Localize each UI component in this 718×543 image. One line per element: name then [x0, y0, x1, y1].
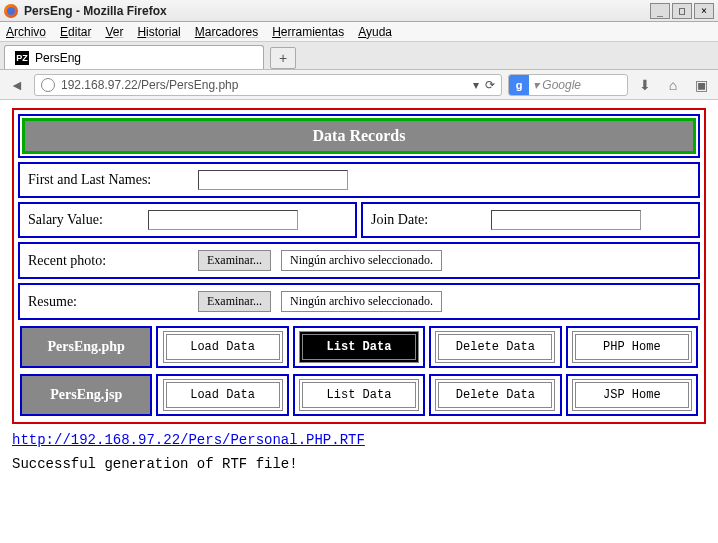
home-button[interactable]: ⌂	[662, 74, 684, 96]
maximize-button[interactable]: □	[672, 3, 692, 19]
php-load-button[interactable]: Load Data	[163, 331, 283, 363]
salary-label: Salary Value:	[28, 212, 138, 228]
photo-browse-button[interactable]: Examinar...	[198, 250, 271, 271]
tab-favicon: PZ	[15, 51, 29, 65]
joindate-input[interactable]	[491, 210, 641, 230]
window-titlebar: PersEng - Mozilla Firefox _ □ ×	[0, 0, 718, 22]
heading-section: Data Records	[18, 114, 700, 158]
rtf-link[interactable]: http://192.168.97.22/Pers/Personal.PHP.R…	[12, 432, 706, 448]
resume-cell: Resume: Examinar... Ningún archivo selec…	[18, 283, 700, 320]
new-tab-button[interactable]: +	[270, 47, 296, 69]
jsp-row-label: PersEng.jsp	[20, 374, 152, 416]
outer-frame: Data Records First and Last Names: Salar…	[12, 108, 706, 424]
joindate-label: Join Date:	[371, 212, 481, 228]
downloads-button[interactable]: ⬇	[634, 74, 656, 96]
url-bar[interactable]: 192.168.97.22/Pers/PersEng.php ▾ ⟳	[34, 74, 502, 96]
joindate-cell: Join Date:	[361, 202, 700, 238]
names-input[interactable]	[198, 170, 348, 190]
tab-perseng[interactable]: PZ PersEng	[4, 45, 264, 69]
resume-label: Resume:	[28, 294, 188, 310]
photo-file-status: Ningún archivo seleccionado.	[281, 250, 442, 271]
page-heading: Data Records	[25, 121, 693, 151]
jsp-list-button[interactable]: List Data	[299, 379, 419, 411]
jsp-home-button[interactable]: JSP Home	[572, 379, 692, 411]
tab-bar: PZ PersEng +	[0, 42, 718, 70]
resume-browse-button[interactable]: Examinar...	[198, 291, 271, 312]
tab-label: PersEng	[35, 51, 81, 65]
salary-input[interactable]	[148, 210, 298, 230]
url-text: 192.168.97.22/Pers/PersEng.php	[61, 78, 238, 92]
search-placeholder: ▾ Google	[529, 78, 585, 92]
nav-toolbar: ◄ 192.168.97.22/Pers/PersEng.php ▾ ⟳ g ▾…	[0, 70, 718, 100]
status-message: Successful generation of RTF file!	[12, 456, 706, 472]
menu-bar: Archivo Editar Ver Historial Marcadores …	[0, 22, 718, 42]
photo-cell: Recent photo: Examinar... Ningún archivo…	[18, 242, 700, 279]
php-row: PersEng.php Load Data List Data Delete D…	[18, 324, 700, 370]
names-label: First and Last Names:	[28, 172, 188, 188]
heading-wrap: Data Records	[22, 118, 696, 154]
jsp-delete-button[interactable]: Delete Data	[435, 379, 555, 411]
menu-ayuda[interactable]: Ayuda	[358, 25, 392, 39]
php-delete-button[interactable]: Delete Data	[435, 331, 555, 363]
reload-icon[interactable]: ⟳	[485, 78, 495, 92]
menu-marcadores[interactable]: Marcadores	[195, 25, 258, 39]
photo-label: Recent photo:	[28, 253, 188, 269]
menu-herramientas[interactable]: Herramientas	[272, 25, 344, 39]
minimize-button[interactable]: _	[650, 3, 670, 19]
php-home-button[interactable]: PHP Home	[572, 331, 692, 363]
salary-cell: Salary Value:	[18, 202, 357, 238]
dropdown-icon[interactable]: ▾	[473, 78, 479, 92]
back-button[interactable]: ◄	[6, 74, 28, 96]
names-cell: First and Last Names:	[18, 162, 700, 198]
php-row-label: PersEng.php	[20, 326, 152, 368]
resume-file-status: Ningún archivo seleccionado.	[281, 291, 442, 312]
search-box[interactable]: g ▾ Google	[508, 74, 628, 96]
menu-archivo[interactable]: Archivo	[6, 25, 46, 39]
jsp-load-button[interactable]: Load Data	[163, 379, 283, 411]
menu-editar[interactable]: Editar	[60, 25, 91, 39]
window-title: PersEng - Mozilla Firefox	[24, 4, 650, 18]
page-content: Data Records First and Last Names: Salar…	[0, 100, 718, 543]
globe-icon	[41, 78, 55, 92]
firefox-icon	[4, 4, 18, 18]
menu-ver[interactable]: Ver	[105, 25, 123, 39]
bookmarks-button[interactable]: ▣	[690, 74, 712, 96]
jsp-row: PersEng.jsp Load Data List Data Delete D…	[18, 372, 700, 418]
php-list-button[interactable]: List Data	[299, 331, 419, 363]
close-button[interactable]: ×	[694, 3, 714, 19]
google-icon: g	[509, 75, 529, 95]
menu-historial[interactable]: Historial	[137, 25, 180, 39]
